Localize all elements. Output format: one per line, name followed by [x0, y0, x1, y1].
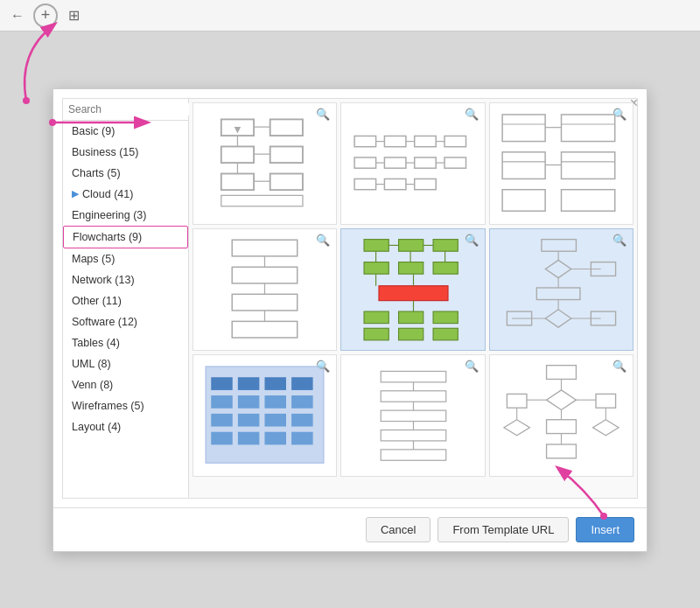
svg-rect-126 — [546, 420, 576, 434]
template-dialog: × 🔍 Basic (9)Business (15)Charts (5)▶Clo… — [52, 88, 648, 552]
insert-button[interactable]: Insert — [576, 517, 634, 542]
back-icon[interactable]: ← — [7, 5, 28, 26]
svg-marker-123 — [504, 420, 529, 436]
svg-rect-53 — [232, 322, 298, 339]
svg-rect-99 — [265, 414, 286, 427]
add-button[interactable]: + — [33, 3, 58, 28]
thumb-svg-5 — [349, 234, 478, 343]
svg-rect-106 — [381, 391, 446, 402]
template-item[interactable]: 🔍 — [489, 102, 634, 225]
grid-icon[interactable]: ⊞ — [63, 5, 84, 26]
sidebar-item-label: Engineering (3) — [72, 209, 146, 221]
svg-rect-100 — [291, 414, 312, 427]
template-item[interactable]: 🔍 — [340, 228, 485, 351]
sidebar-item-venn[interactable]: Venn (8) — [63, 374, 188, 395]
sidebar-item-uml[interactable]: UML (8) — [63, 353, 188, 374]
search-input[interactable] — [68, 103, 200, 115]
svg-rect-90 — [238, 378, 259, 391]
template-item[interactable]: 🔍 — [489, 354, 634, 477]
search-box[interactable]: 🔍 — [63, 99, 188, 121]
sidebar-item-charts[interactable]: Charts (5) — [63, 163, 188, 184]
svg-rect-23 — [354, 157, 375, 168]
svg-rect-67 — [398, 311, 423, 324]
zoom-icon: 🔍 — [465, 234, 479, 247]
svg-rect-103 — [265, 432, 286, 445]
thumb-svg-1 — [200, 108, 329, 217]
svg-rect-119 — [507, 395, 527, 409]
svg-rect-4 — [221, 147, 254, 164]
template-item[interactable]: 🔍 — [192, 354, 337, 477]
modal-backdrop: × 🔍 Basic (9)Business (15)Charts (5)▶Clo… — [0, 31, 700, 608]
svg-rect-96 — [291, 395, 312, 409]
svg-rect-20 — [414, 136, 435, 147]
sidebar-item-label: Cloud (41) — [82, 188, 133, 200]
svg-rect-114 — [546, 366, 576, 380]
svg-rect-101 — [211, 432, 232, 445]
zoom-icon: 🔍 — [612, 360, 626, 373]
sidebar-item-maps[interactable]: Maps (5) — [63, 248, 188, 269]
template-item[interactable]: 🔍 — [192, 228, 337, 351]
svg-rect-94 — [238, 395, 259, 409]
svg-rect-73 — [398, 329, 423, 341]
svg-rect-60 — [398, 262, 423, 275]
template-item[interactable]: 🔍 — [489, 228, 634, 351]
svg-rect-29 — [444, 157, 466, 168]
svg-rect-120 — [596, 395, 616, 409]
svg-rect-25 — [384, 157, 405, 168]
template-item[interactable]: 🔍 — [340, 102, 485, 225]
svg-rect-42 — [561, 152, 614, 179]
sidebar-item-label: Flowcharts (9) — [73, 231, 142, 243]
sidebar-item-wireframes[interactable]: Wireframes (5) — [63, 395, 188, 416]
svg-rect-109 — [381, 450, 446, 460]
sidebar-item-network[interactable]: Network (13) — [63, 269, 188, 290]
svg-rect-72 — [364, 329, 388, 341]
modal-body: 🔍 Basic (9)Business (15)Charts (5)▶Cloud… — [53, 89, 647, 507]
sidebar-item-other[interactable]: Other (11) — [63, 290, 188, 311]
template-url-button[interactable]: From Template URL — [438, 517, 569, 542]
svg-rect-92 — [291, 378, 312, 391]
svg-rect-51 — [232, 295, 298, 311]
sidebar-item-tables[interactable]: Tables (4) — [63, 332, 188, 353]
svg-rect-22 — [444, 136, 466, 147]
svg-rect-15 — [221, 196, 303, 206]
sidebar-item-business[interactable]: Business (15) — [63, 142, 188, 163]
zoom-icon: 🔍 — [316, 360, 330, 373]
sidebar-item-basic[interactable]: Basic (9) — [63, 121, 188, 142]
svg-rect-98 — [238, 414, 259, 427]
template-item[interactable]: 🔍 — [340, 354, 485, 477]
sidebar-item-layout[interactable]: Layout (4) — [63, 416, 188, 437]
svg-rect-39 — [502, 190, 545, 211]
svg-rect-75 — [542, 240, 577, 252]
svg-rect-35 — [502, 115, 545, 142]
svg-rect-34 — [414, 179, 435, 190]
svg-rect-8 — [270, 174, 303, 191]
template-item[interactable]: 🔍 — [192, 102, 337, 225]
svg-rect-108 — [381, 430, 446, 441]
svg-rect-56 — [433, 240, 458, 252]
svg-rect-32 — [384, 179, 405, 190]
svg-rect-66 — [364, 311, 388, 324]
thumb-svg-4 — [200, 234, 329, 343]
sidebar-item-label: Basic (9) — [72, 125, 115, 137]
zoom-icon: 🔍 — [612, 234, 626, 247]
sidebar-item-label: Charts (5) — [72, 167, 121, 179]
sidebar-item-label: Maps (5) — [72, 253, 115, 265]
toolbar: ← + ⊞ — [0, 0, 700, 31]
svg-rect-97 — [211, 414, 232, 427]
svg-rect-79 — [536, 288, 580, 300]
sidebar-item-label: Layout (4) — [72, 421, 121, 433]
thumb-svg-3 — [497, 108, 626, 217]
svg-rect-40 — [561, 115, 614, 142]
sidebar-item-software[interactable]: Software (12) — [63, 311, 188, 332]
svg-rect-49 — [232, 268, 298, 284]
sidebar-item-label: Tables (4) — [72, 337, 120, 349]
sidebar-item-engineering[interactable]: Engineering (3) — [63, 205, 188, 226]
cancel-button[interactable]: Cancel — [366, 517, 430, 542]
zoom-icon: 🔍 — [465, 108, 479, 121]
zoom-icon: 🔍 — [612, 108, 626, 121]
sidebar-item-flowcharts[interactable]: Flowcharts (9) — [63, 226, 188, 248]
sidebar-item-label: UML (8) — [72, 358, 111, 370]
svg-rect-47 — [232, 241, 298, 257]
sidebar-item-cloud[interactable]: ▶Cloud (41) — [63, 184, 188, 205]
sidebar-item-label: Business (15) — [72, 146, 138, 158]
